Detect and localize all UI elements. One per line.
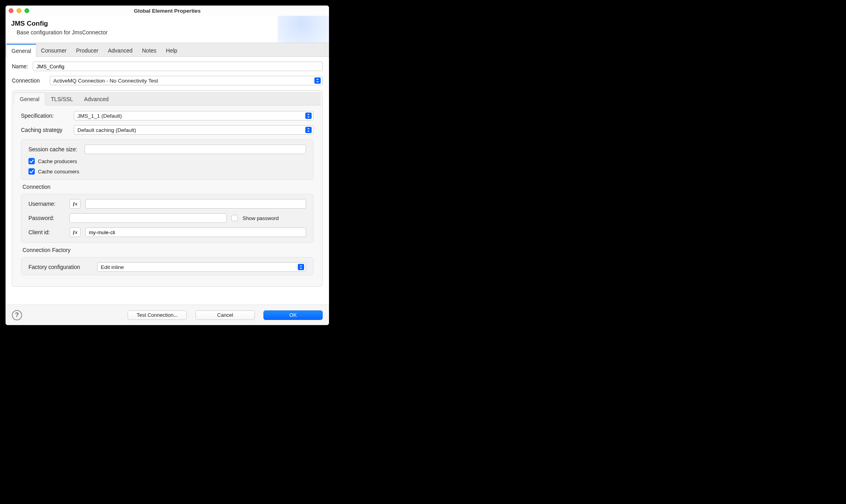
- tab-help[interactable]: Help: [161, 44, 182, 56]
- inner-tabbar: General TLS/SSL Advanced: [14, 92, 321, 105]
- connection-select-value: ActiveMQ Connection - No Connectivity Te…: [53, 78, 158, 84]
- tab-producer[interactable]: Producer: [71, 44, 103, 56]
- window-title: Global Element Properties: [6, 8, 329, 14]
- show-password-label: Show password: [243, 215, 279, 221]
- connection-panel: General TLS/SSL Advanced Specification: …: [12, 90, 323, 287]
- factory-config-select[interactable]: Edit inline: [97, 262, 306, 272]
- inner-body: Specification: JMS_1_1 (Default) Caching…: [14, 105, 321, 278]
- specification-select[interactable]: JMS_1_1 (Default): [74, 111, 314, 120]
- password-input[interactable]: [70, 213, 227, 223]
- cancel-button[interactable]: Cancel: [196, 310, 255, 320]
- fx-button-username[interactable]: ƒx: [70, 199, 81, 209]
- username-input[interactable]: [85, 199, 306, 209]
- connection-select[interactable]: ActiveMQ Connection - No Connectivity Te…: [50, 76, 323, 85]
- password-label: Password:: [28, 215, 65, 221]
- caching-select[interactable]: Default caching (Default): [74, 125, 314, 135]
- tab-consumer[interactable]: Consumer: [36, 44, 71, 56]
- session-cache-label: Session cache size:: [28, 146, 80, 152]
- help-icon[interactable]: ?: [12, 310, 22, 320]
- dialog-header: JMS Config Base configuration for JmsCon…: [6, 16, 329, 43]
- caching-value: Default caching (Default): [77, 127, 136, 133]
- caching-label: Caching strategy: [21, 127, 69, 133]
- header-subtitle: Base configuration for JmsConnector: [17, 29, 323, 36]
- connection-group: Username: ƒx Password: Show password Cli…: [21, 194, 314, 243]
- connection-section-title: Connection: [23, 184, 314, 190]
- cache-producers-checkbox[interactable]: [28, 158, 35, 164]
- factory-config-label: Factory configuration: [28, 264, 92, 270]
- show-password-checkbox[interactable]: [231, 215, 238, 221]
- ok-button[interactable]: OK: [263, 310, 323, 320]
- factory-config-value: Edit inline: [101, 264, 124, 270]
- caching-group: Session cache size: Cache producers Cach…: [21, 139, 314, 180]
- outer-tabbar: General Consumer Producer Advanced Notes…: [6, 43, 329, 57]
- specification-value: JMS_1_1 (Default): [77, 113, 122, 119]
- inner-tab-advanced[interactable]: Advanced: [79, 93, 114, 105]
- clientid-label: Client id:: [28, 229, 65, 235]
- dialog-window: Global Element Properties JMS Config Bas…: [6, 6, 329, 325]
- cache-consumers-label: Cache consumers: [38, 169, 79, 175]
- cache-consumers-checkbox[interactable]: [28, 168, 35, 175]
- session-cache-input[interactable]: [85, 145, 306, 154]
- name-input[interactable]: [33, 62, 323, 71]
- username-label: Username:: [28, 201, 65, 207]
- updown-icon: [305, 127, 312, 133]
- tab-advanced[interactable]: Advanced: [103, 44, 137, 56]
- cache-producers-label: Cache producers: [38, 158, 77, 164]
- tab-general[interactable]: General: [6, 44, 36, 57]
- fx-button-clientid[interactable]: ƒx: [70, 228, 81, 237]
- titlebar: Global Element Properties: [6, 6, 329, 16]
- updown-icon: [314, 77, 321, 84]
- connection-label: Connection: [12, 77, 45, 84]
- factory-section-title: Connection Factory: [23, 247, 314, 253]
- name-label: Name:: [12, 63, 28, 70]
- clientid-input[interactable]: [85, 228, 306, 237]
- dialog-footer: ? Test Connection... Cancel OK: [6, 305, 329, 325]
- inner-tab-tls[interactable]: TLS/SSL: [45, 93, 79, 105]
- factory-group: Factory configuration Edit inline: [21, 257, 314, 275]
- inner-tab-general[interactable]: General: [14, 92, 45, 105]
- test-connection-button[interactable]: Test Connection...: [128, 310, 187, 320]
- updown-icon: [298, 264, 304, 270]
- updown-icon: [305, 113, 312, 119]
- header-title: JMS Config: [11, 20, 323, 28]
- specification-label: Specification:: [21, 113, 69, 119]
- dialog-body: Name: Connection ActiveMQ Connection - N…: [6, 57, 329, 305]
- tab-notes[interactable]: Notes: [137, 44, 162, 56]
